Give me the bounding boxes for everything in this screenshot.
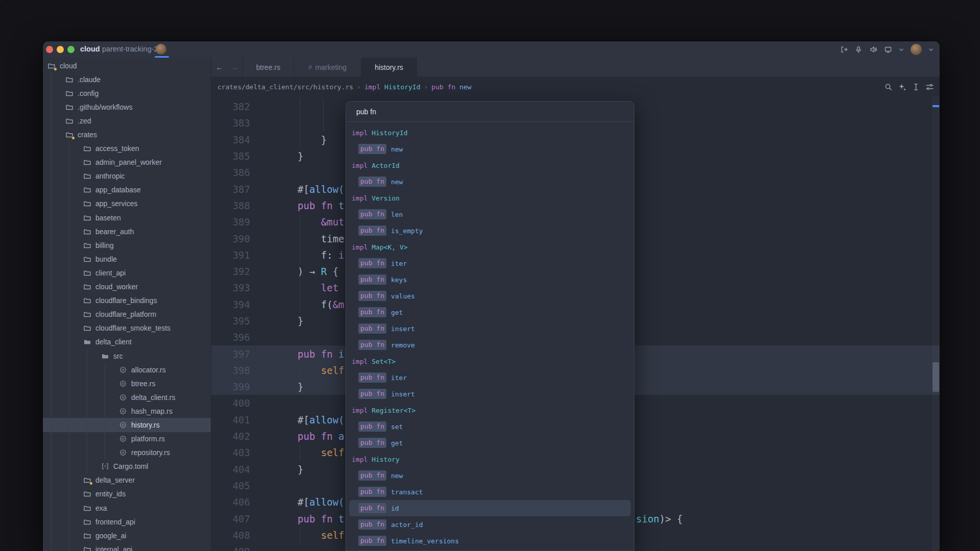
tree-item-bearer-auth[interactable]: bearer_auth [43,224,211,238]
tree-item-allocator-rs[interactable]: Rallocator.rs [43,363,211,377]
sliders-icon[interactable] [925,83,934,91]
tree-item-cloudflare-platform[interactable]: cloudflare_platform [43,308,211,321]
tree-item-admin-panel-worker[interactable]: admin_panel_worker [43,156,211,169]
tree-item-btree-rs[interactable]: Rbtree.rs [43,377,211,390]
outline-item-keys[interactable]: pub fnkeys [346,271,634,288]
outline-item-insert[interactable]: pub fninsert [346,386,634,402]
tree-item-exa[interactable]: exa [43,501,211,515]
tree-item-client-api[interactable]: client_api [43,266,211,280]
tab-history-rs[interactable]: history.rs [361,58,417,77]
project-name[interactable]: cloud [80,45,100,53]
tree-item-crates[interactable]: crates [43,128,211,141]
outline-item-register-t-[interactable]: impl Register<T> [346,402,634,418]
breadcrumb-segment[interactable]: HistoryId [380,83,420,91]
outline-query-input[interactable]: pub fn [346,102,634,122]
close-button[interactable] [46,46,53,53]
tree-item--config[interactable]: .config [43,86,211,100]
tree-item--claude[interactable]: .claude [43,72,211,86]
outline-item-map-k-v-[interactable]: impl Map<K, V> [346,239,634,255]
outline-item-actor-id[interactable]: pub fnactor_id [346,516,634,533]
tree-item-google-ai[interactable]: google_ai [43,529,211,542]
tree-item-label: allocator.rs [131,366,166,374]
screen-share-icon[interactable] [884,45,892,54]
tree-item-anthropic[interactable]: anthropic [43,169,211,183]
outline-item-len[interactable]: pub fnlen [346,206,634,222]
tree-item-platform-rs[interactable]: Rplatform.rs [43,432,211,446]
outline-item-new[interactable]: pub fnnew [346,467,634,484]
forward-button[interactable]: → [231,63,238,71]
branch-name[interactable]: parent-tracking-2 [102,45,158,53]
tree-item-repository-rs[interactable]: Rrepository.rs [43,446,211,460]
outline-item-historyid[interactable]: impl HistoryId [346,124,634,141]
tree-item-history-rs[interactable]: Rhistory.rs [43,418,211,432]
tree-item-delta-server[interactable]: delta_server [43,473,211,487]
outline-item-timeline-versions[interactable]: pub fntimeline_versions [346,533,634,549]
breadcrumb-segment[interactable]: pub fn [431,83,455,91]
outline-item-transact[interactable]: pub fntransact [346,484,634,500]
back-button[interactable]: ← [216,63,224,71]
breadcrumb-segment[interactable]: new [455,83,471,91]
outline-item-iter[interactable]: pub fniter [346,369,634,386]
microphone-icon[interactable] [854,45,863,54]
fn-name: new [391,145,403,153]
outline-item-is-empty[interactable]: pub fnis_empty [346,222,634,239]
outline-item-get[interactable]: pub fnget [346,435,634,451]
outline-item-iter[interactable]: pub fniter [346,255,634,271]
tree-item-cloud-worker[interactable]: cloud_worker [43,280,211,294]
tree-item-bundle[interactable]: bundle [43,252,211,266]
breadcrumb-segment[interactable]: crates/delta_client/src/history.rs [217,83,353,91]
user-avatar[interactable] [911,44,922,55]
tab-marketing[interactable]: #marketing [294,58,361,77]
tab-btree-rs[interactable]: btree.rs [243,58,294,77]
tree-item-cloudflare-smoke-tests[interactable]: cloudflare_smoke_tests [43,321,211,335]
tree-item-cloudflare-bindings[interactable]: cloudflare_bindings [43,294,211,308]
outline-item-set[interactable]: pub fnset [346,418,634,435]
tree-item--github-workflows[interactable]: .github/workflows [43,100,211,114]
chevron-down-icon[interactable] [928,47,934,52]
breadcrumb[interactable]: crates/delta_client/src/history.rs›impl … [211,77,940,97]
tree-indent-guide [51,114,52,128]
tree-item--zed[interactable]: .zed [43,114,211,128]
minimize-button[interactable] [57,46,64,53]
collaborator-avatar[interactable] [156,44,166,55]
outline-item-set-t-[interactable]: impl Set<T> [346,353,634,369]
svg-text:R: R [121,367,125,372]
tree-item-internal-api[interactable]: internal_api [43,542,211,551]
tree-item-delta-client-rs[interactable]: Rdelta_client.rs [43,390,211,404]
editor-scrollbar[interactable] [932,97,940,551]
outline-item-values[interactable]: pub fnvalues [346,288,634,304]
rust-icon: R [119,421,127,429]
tree-item-delta-client[interactable]: delta_client [43,335,211,349]
scrollbar-thumb[interactable] [933,362,939,392]
tree-item-cargo-toml[interactable]: TCargo.toml [43,460,211,473]
outline-item-history[interactable]: impl History [346,451,634,467]
outline-item-get[interactable]: pub fnget [346,304,634,320]
chevron-down-icon[interactable] [899,47,904,52]
tree-indent-guide [87,349,87,363]
outline-item-partial[interactable]: pub fn [346,549,634,550]
speaker-icon[interactable] [869,45,877,54]
sparkles-icon[interactable] [898,83,906,91]
tree-item-cloud[interactable]: cloud [43,59,211,72]
tree-item-src[interactable]: src [43,349,211,363]
outline-item-id[interactable]: pub fnid [349,500,631,516]
tree-item-app-services[interactable]: app_services [43,197,211,211]
outline-item-actorid[interactable]: impl ActorId [346,157,634,173]
tree-item-app-database[interactable]: app_database [43,183,211,197]
outline-item-new[interactable]: pub fnnew [346,141,634,157]
tree-item-frontend-api[interactable]: frontend_api [43,515,211,529]
tree-item-baseten[interactable]: baseten [43,211,211,224]
ibeam-icon[interactable] [912,83,920,91]
outline-item-new[interactable]: pub fnnew [346,173,634,190]
tree-item-billing[interactable]: billing [43,238,211,252]
sign-out-icon[interactable] [840,45,848,54]
outline-item-version[interactable]: impl Version [346,190,634,206]
outline-item-insert[interactable]: pub fninsert [346,320,634,337]
tree-item-entity-ids[interactable]: entity_ids [43,487,211,501]
breadcrumb-segment[interactable]: impl [364,83,380,91]
zoom-button[interactable] [67,46,75,53]
outline-item-remove[interactable]: pub fnremove [346,337,634,353]
search-icon[interactable] [884,83,893,91]
tree-item-access-token[interactable]: access_token [43,142,211,156]
tree-item-hash-map-rs[interactable]: Rhash_map.rs [43,404,211,418]
